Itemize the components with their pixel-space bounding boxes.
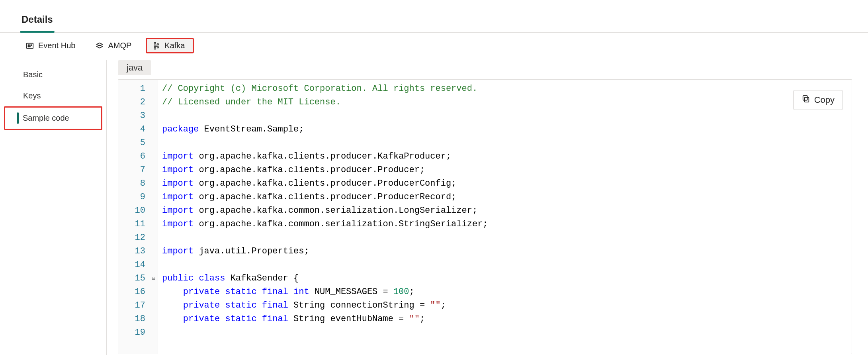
code-line: import java.util.Properties; — [162, 245, 852, 258]
copy-icon — [802, 94, 810, 106]
kafka-icon — [152, 41, 160, 50]
language-chip[interactable]: java — [118, 60, 151, 75]
line-number: 8 — [118, 177, 145, 190]
code-line: public class KafkaSender { — [162, 272, 852, 285]
fold-cell — [149, 299, 158, 312]
code-line: private static final String connectionSt… — [162, 299, 852, 312]
fold-cell — [149, 245, 158, 258]
line-number-gutter: 12345678910111213141516171819 — [118, 80, 149, 354]
protocol-tab-label: Event Hub — [38, 41, 75, 50]
code-line — [162, 258, 852, 272]
svg-point-4 — [28, 46, 29, 47]
sidebar-item-basic[interactable]: Basic — [0, 64, 106, 85]
sidebar-item-keys[interactable]: Keys — [0, 85, 106, 106]
fold-cell — [149, 312, 158, 326]
svg-point-10 — [157, 46, 159, 48]
svg-rect-15 — [804, 97, 809, 102]
fold-cell — [149, 285, 158, 299]
line-number: 17 — [118, 299, 145, 312]
fold-cell — [149, 190, 158, 204]
amqp-icon — [95, 41, 104, 50]
svg-point-9 — [157, 43, 159, 45]
fold-gutter: ⊟ — [149, 80, 158, 354]
code-scroll[interactable]: 12345678910111213141516171819 ⊟ // Copyr… — [118, 80, 852, 354]
line-number: 2 — [118, 96, 145, 109]
fold-cell — [149, 258, 158, 272]
code-line — [162, 136, 852, 150]
line-number: 19 — [118, 326, 145, 339]
code-line — [162, 231, 852, 245]
protocol-tab-amqp[interactable]: AMQP — [90, 38, 137, 53]
code-body[interactable]: // Copyright (c) Microsoft Corporation. … — [158, 80, 852, 354]
svg-point-2 — [29, 45, 30, 45]
code-line: import org.apache.kafka.clients.producer… — [162, 150, 852, 163]
line-number: 10 — [118, 204, 145, 218]
line-number: 9 — [118, 190, 145, 204]
svg-line-14 — [156, 46, 158, 47]
code-line: import org.apache.kafka.clients.producer… — [162, 177, 852, 190]
fold-cell — [149, 136, 158, 150]
fold-cell — [149, 82, 158, 96]
protocol-tab-label: AMQP — [108, 41, 131, 50]
eventhub-icon — [25, 41, 34, 50]
code-line: import org.apache.kafka.clients.producer… — [162, 163, 852, 177]
line-number: 7 — [118, 163, 145, 177]
fold-cell — [149, 177, 158, 190]
line-number: 5 — [118, 136, 145, 150]
line-number: 14 — [118, 258, 145, 272]
copy-button-label: Copy — [814, 95, 835, 105]
fold-cell — [149, 163, 158, 177]
code-line — [162, 326, 852, 339]
code-line: private static final int NUM_MESSAGES = … — [162, 285, 852, 299]
code-line: private static final String eventHubName… — [162, 312, 852, 326]
top-tab-strip: Details — [0, 0, 868, 33]
code-line: package EventStream.Sample; — [162, 123, 852, 136]
code-line: import org.apache.kafka.common.serializa… — [162, 204, 852, 218]
svg-point-1 — [28, 45, 29, 45]
fold-cell — [149, 231, 158, 245]
code-line: import org.apache.kafka.clients.producer… — [162, 190, 852, 204]
code-editor: Copy 12345678910111213141516171819 ⊟ // … — [118, 79, 852, 354]
svg-point-7 — [154, 45, 156, 47]
code-line: import org.apache.kafka.common.serializa… — [162, 218, 852, 231]
protocol-tab-eventhub[interactable]: Event Hub — [20, 38, 81, 53]
line-number: 11 — [118, 218, 145, 231]
svg-point-6 — [154, 42, 156, 44]
copy-button[interactable]: Copy — [793, 90, 843, 110]
language-row: java — [118, 60, 852, 75]
code-line: // Licensed under the MIT License. — [162, 96, 852, 109]
svg-point-5 — [29, 46, 30, 47]
sidebar: Basic Keys Sample code — [0, 60, 107, 355]
line-number: 16 — [118, 285, 145, 299]
fold-cell[interactable]: ⊟ — [149, 272, 158, 285]
main-area: Basic Keys Sample code java Copy 1234567… — [0, 60, 868, 355]
fold-cell — [149, 150, 158, 163]
fold-cell — [149, 218, 158, 231]
code-line — [162, 109, 852, 123]
line-number: 13 — [118, 245, 145, 258]
line-number: 12 — [118, 231, 145, 245]
fold-cell — [149, 109, 158, 123]
svg-point-8 — [154, 47, 156, 49]
protocol-tab-label: Kafka — [164, 41, 185, 50]
code-line: // Copyright (c) Microsoft Corporation. … — [162, 82, 852, 96]
sidebar-item-sample-code[interactable]: Sample code — [5, 108, 101, 129]
content-area: java Copy 12345678910111213141516171819 … — [107, 60, 868, 355]
protocol-tab-kafka[interactable]: Kafka — [146, 38, 194, 53]
line-number: 3 — [118, 109, 145, 123]
svg-line-13 — [156, 45, 158, 45]
line-number: 18 — [118, 312, 145, 326]
line-number: 1 — [118, 82, 145, 96]
svg-point-3 — [31, 45, 32, 45]
fold-cell — [149, 326, 158, 339]
line-number: 4 — [118, 123, 145, 136]
protocol-tab-row: Event Hub AMQP Kafka — [0, 33, 868, 55]
tab-details[interactable]: Details — [20, 9, 55, 32]
sidebar-highlight: Sample code — [4, 106, 102, 130]
fold-cell — [149, 204, 158, 218]
svg-rect-16 — [803, 96, 807, 100]
fold-cell — [149, 96, 158, 109]
line-number: 15 — [118, 272, 145, 285]
fold-cell — [149, 123, 158, 136]
line-number: 6 — [118, 150, 145, 163]
